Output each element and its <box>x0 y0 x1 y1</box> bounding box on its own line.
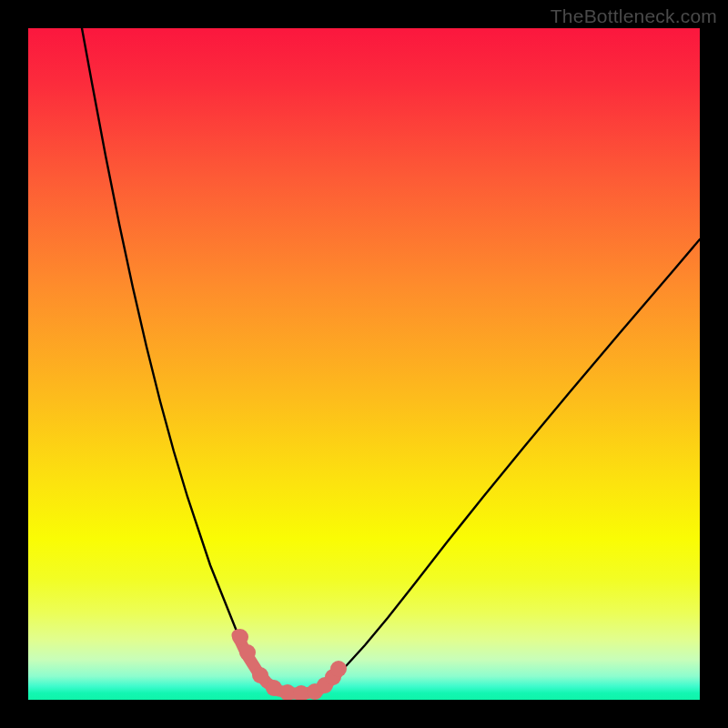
watermark-text: TheBottleneck.com <box>551 5 717 27</box>
right-curve <box>318 239 700 692</box>
chart-svg <box>28 28 700 700</box>
trough-marker <box>232 629 248 645</box>
trough-marker <box>330 661 347 677</box>
plot-area <box>28 28 700 700</box>
trough-marker <box>252 667 268 683</box>
left-curve <box>82 28 281 692</box>
trough-marker <box>239 644 256 661</box>
chart-frame: TheBottleneck.com <box>0 0 728 728</box>
